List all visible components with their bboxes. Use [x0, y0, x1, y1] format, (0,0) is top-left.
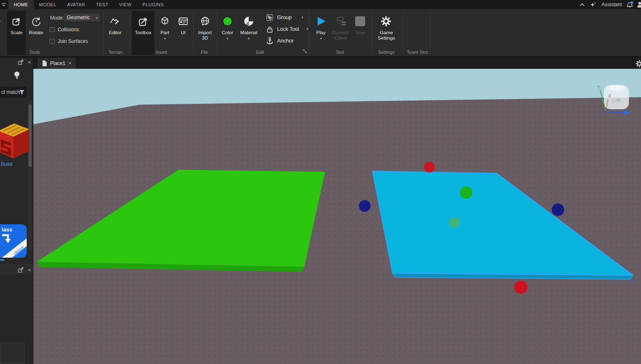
place1-tab[interactable]: Place1 × — [38, 58, 76, 69]
lightbulb-icon[interactable] — [13, 71, 20, 80]
material-dropdown-caret-icon[interactable]: ▾ — [248, 37, 250, 40]
ribbon-tabs: HOME MODEL AVATAR TEST VIEW PLUGINS — [8, 0, 169, 9]
anchor-icon — [266, 37, 274, 45]
import-3d-button[interactable]: Import3D — [194, 11, 215, 55]
axis-y-label: Y — [597, 85, 600, 90]
mode-label: Mode: — [50, 15, 64, 21]
join-surfaces-checkbox[interactable]: Join Surfaces — [50, 38, 88, 44]
part-button[interactable]: Part ▾ — [156, 11, 174, 55]
menu-bar: HOME MODEL AVATAR TEST VIEW PLUGINS Assi… — [0, 0, 641, 9]
seagreen-ball[interactable] — [449, 217, 460, 228]
dropdown-caret-icon: ▾ — [96, 17, 98, 20]
toolbox-panel-header: × — [0, 58, 33, 68]
asset-label-partial — [0, 259, 4, 261]
part-dropdown-caret-icon[interactable]: ▾ — [164, 37, 166, 40]
ribbon-separator — [217, 11, 217, 55]
lower-panel-header: × — [0, 265, 33, 275]
toolbox-button[interactable]: Toolbox — [132, 11, 154, 55]
navy-ball-right[interactable] — [552, 203, 564, 216]
quick-access-menu-icon[interactable] — [1, 2, 7, 8]
document-tab-bar: Place1 × — [33, 58, 641, 69]
play-button[interactable]: Play ▾ — [312, 11, 330, 55]
checkbox-box — [50, 27, 55, 32]
terrain-editor-button[interactable]: Editor — [106, 11, 125, 55]
stop-button[interactable]: Stop — [352, 11, 368, 55]
lock-tool-button[interactable]: Lock Tool ▾ — [266, 24, 308, 34]
toolbox-panel: × ct match Build — [0, 58, 33, 364]
import-3d-globe-icon — [199, 15, 211, 28]
play-dropdown-caret-icon[interactable]: ▾ — [320, 37, 322, 40]
viewport-3d[interactable]: Left Y X L — [33, 69, 641, 364]
notification-dot — [631, 1, 633, 4]
color-swatch-icon — [222, 15, 233, 28]
red-ball-top[interactable] — [424, 162, 435, 173]
mode-dropdown[interactable]: Geometric ▾ — [64, 13, 101, 22]
group-label-test: Test — [336, 50, 344, 55]
material-button[interactable]: Material ▾ — [238, 11, 260, 55]
game-settings-button[interactable]: GameSettings — [375, 11, 398, 55]
tab-plugins[interactable]: PLUGINS — [137, 0, 169, 9]
tab-model[interactable]: MODEL — [34, 0, 62, 9]
build-asset-label[interactable]: Build — [1, 161, 13, 167]
tab-test[interactable]: TEST — [91, 0, 114, 9]
lock-tool-dropdown-caret-icon[interactable]: ▾ — [307, 28, 308, 31]
scale-button[interactable]: Scale — [7, 11, 26, 55]
assistant-button[interactable]: Assistant — [601, 2, 622, 8]
close-panel-icon[interactable]: × — [28, 267, 31, 273]
color-button[interactable]: Color ▾ — [219, 11, 236, 55]
navy-ball-left[interactable] — [359, 200, 371, 212]
lock-icon — [266, 25, 274, 33]
popout-panel-icon[interactable] — [18, 267, 24, 273]
scale-icon — [11, 15, 22, 28]
group-label-file: File — [201, 50, 208, 55]
current-client-icon — [334, 15, 347, 28]
toolbox-search-input[interactable]: ct match — [0, 87, 26, 98]
lower-panel-item — [0, 343, 25, 364]
move-button[interactable]: ve — [0, 11, 6, 55]
tab-avatar[interactable]: AVATAR — [62, 0, 91, 9]
ui-window-icon — [178, 15, 189, 28]
search-filter-funnel-icon[interactable] — [19, 90, 25, 95]
move-icon — [0, 15, 2, 28]
build-asset-thumbnail[interactable] — [0, 120, 30, 161]
green-ball[interactable] — [460, 186, 472, 199]
game-settings-gear-icon — [381, 15, 392, 28]
group-label-terrain: Terrain — [109, 50, 123, 55]
group-dropdown-caret-icon[interactable]: ▾ — [302, 16, 303, 19]
lower-panel-body — [0, 276, 33, 364]
ribbon-separator — [430, 11, 430, 55]
notifications-bell-icon[interactable] — [626, 1, 634, 8]
popout-panel-icon[interactable] — [18, 60, 24, 65]
group-label-settings: Settings — [378, 50, 395, 55]
viewport-settings-gear-icon[interactable] — [635, 59, 641, 68]
anchor-button[interactable]: Anchor — [266, 36, 294, 46]
place-document-icon — [42, 60, 47, 67]
ribbon-separator — [403, 11, 404, 55]
terrain-editor-icon — [109, 15, 121, 28]
group-button[interactable]: Group ▾ — [266, 13, 303, 23]
color-dropdown-caret-icon[interactable]: ▾ — [227, 37, 228, 40]
close-tab-icon[interactable]: × — [68, 60, 72, 66]
tab-view[interactable]: VIEW — [114, 0, 137, 9]
current-client-button[interactable]: Current:Client — [330, 11, 351, 55]
classic-asset-thumbnail[interactable]: lass classic — [0, 224, 27, 258]
material-sphere-icon — [243, 15, 254, 28]
assistant-sparkle-icon — [590, 2, 597, 8]
account-avatar-icon[interactable] — [637, 1, 641, 8]
collisions-checkbox[interactable]: Collisions — [50, 27, 79, 33]
close-panel-icon[interactable]: × — [28, 60, 31, 65]
tab-home[interactable]: HOME — [8, 0, 34, 9]
ui-button[interactable]: UI — [175, 11, 191, 55]
edit-dialog-launcher-icon[interactable] — [303, 49, 308, 54]
group-label-team-test: Team Test — [407, 50, 428, 55]
rotate-icon — [31, 15, 42, 28]
collapse-ribbon-icon[interactable] — [579, 3, 585, 7]
group-icon — [266, 14, 274, 22]
rotate-button[interactable]: Rotate — [26, 11, 46, 55]
red-ball-bottom[interactable] — [514, 281, 527, 294]
part-cube-icon — [159, 15, 170, 28]
ribbon-separator — [309, 11, 309, 55]
toolbox-icon — [138, 15, 149, 28]
axis-x-label: X — [608, 94, 611, 98]
group-label-tools: Tools — [29, 50, 40, 55]
